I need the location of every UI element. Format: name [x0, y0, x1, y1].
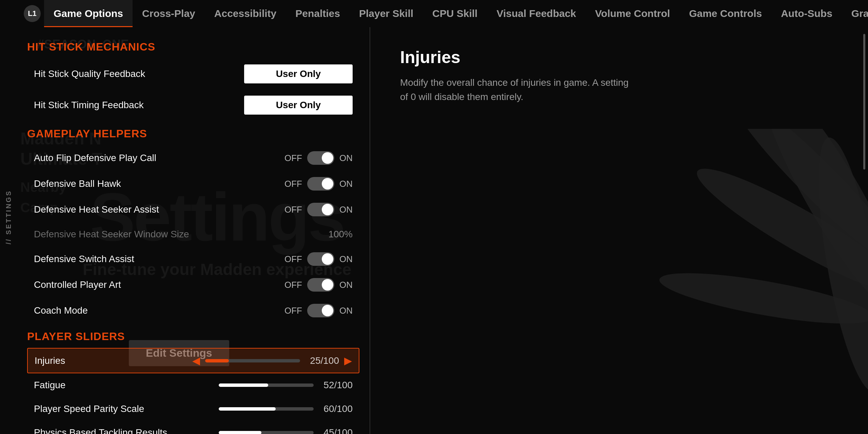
hit-stick-quality-label: Hit Stick Quality Feedback: [34, 68, 145, 79]
coach-mode-label: Coach Mode: [34, 305, 88, 316]
heat-seeker-label: Defensive Heat Seeker Assist: [34, 204, 159, 215]
fatigue-controls: 52/100: [219, 380, 353, 391]
speed-parity-value: 60/100: [319, 403, 353, 414]
physics-tackling-fill: [219, 431, 261, 434]
defensive-ball-hawk-toggle-group: OFF ON: [284, 177, 353, 191]
tab-game-options[interactable]: Game Options: [44, 0, 133, 27]
auto-flip-toggle[interactable]: [307, 151, 334, 165]
tab-visual-feedback[interactable]: Visual Feedback: [487, 0, 586, 27]
tab-penalties[interactable]: Penalties: [286, 0, 350, 27]
speed-parity-controls: 60/100: [219, 403, 353, 414]
hit-stick-quality-dropdown[interactable]: User Only: [244, 64, 353, 83]
controlled-player-art-on: ON: [339, 280, 353, 290]
fatigue-bar: [219, 383, 314, 387]
setting-switch-assist: Defensive Switch Assist OFF ON: [27, 246, 359, 272]
hit-stick-timing-dropdown[interactable]: User Only: [244, 96, 353, 115]
coach-mode-toggle[interactable]: [307, 304, 334, 317]
scrollbar[interactable]: [863, 34, 865, 170]
controlled-player-art-off: OFF: [284, 280, 302, 290]
setting-controlled-player-art: Controlled Player Art OFF ON: [27, 272, 359, 298]
coach-mode-off: OFF: [284, 305, 302, 316]
physics-tackling-label: Physics Based Tackling Results: [34, 427, 167, 434]
heat-seeker-window-value: 100%: [328, 229, 353, 240]
fatigue-fill: [219, 383, 268, 387]
section-hit-stick: Hit Stick Mechanics: [27, 41, 359, 53]
switch-assist-on: ON: [339, 254, 353, 264]
tab-game-controls[interactable]: Game Controls: [679, 0, 771, 27]
tab-graphics[interactable]: Graphics: [842, 0, 868, 27]
defensive-ball-hawk-off: OFF: [284, 179, 302, 189]
tab-player-skill[interactable]: Player Skill: [350, 0, 423, 27]
controlled-player-art-toggle[interactable]: [307, 278, 334, 292]
right-panel: Injuries Modify the overall chance of in…: [373, 27, 868, 434]
top-nav: L1 Game Options Cross-Play Accessibility…: [17, 0, 868, 27]
controlled-player-art-toggle-group: OFF ON: [284, 278, 353, 292]
switch-assist-toggle-group: OFF ON: [284, 252, 353, 266]
fatigue-value: 52/100: [319, 380, 353, 391]
right-panel-title: Injuries: [400, 47, 841, 67]
heat-seeker-on: ON: [339, 204, 353, 215]
tab-volume-control[interactable]: Volume Control: [586, 0, 679, 27]
switch-assist-toggle[interactable]: [307, 252, 334, 266]
physics-tackling-controls: 45/100: [219, 427, 353, 434]
setting-hit-stick-quality: Hit Stick Quality Feedback User Only: [27, 58, 359, 90]
switch-assist-label: Defensive Switch Assist: [34, 254, 134, 264]
injuries-fill: [205, 359, 229, 362]
slider-speed-parity[interactable]: Player Speed Parity Scale 60/100: [27, 397, 359, 421]
switch-assist-off: OFF: [284, 254, 302, 264]
slider-physics-tackling[interactable]: Physics Based Tackling Results 45/100: [27, 421, 359, 434]
setting-heat-seeker-window: Defensive Heat Seeker Window Size 100%: [27, 222, 359, 246]
tab-cpu-skill[interactable]: CPU Skill: [423, 0, 487, 27]
auto-flip-toggle-group: OFF ON: [284, 151, 353, 165]
auto-flip-off: OFF: [284, 153, 302, 163]
setting-heat-seeker: Defensive Heat Seeker Assist OFF ON: [27, 197, 359, 222]
defensive-ball-hawk-toggle[interactable]: [307, 177, 334, 191]
injuries-controls: ◀ 25/100 ▶: [192, 355, 352, 367]
heat-seeker-window-label: Defensive Heat Seeker Window Size: [34, 229, 189, 240]
slider-fatigue[interactable]: Fatigue 52/100: [27, 373, 359, 397]
hit-stick-timing-label: Hit Stick Timing Feedback: [34, 100, 144, 111]
setting-hit-stick-timing: Hit Stick Timing Feedback User Only: [27, 90, 359, 121]
slider-injuries[interactable]: Injuries ◀ 25/100 ▶: [27, 348, 359, 373]
setting-defensive-ball-hawk: Defensive Ball Hawk OFF ON: [27, 171, 359, 197]
speed-parity-label: Player Speed Parity Scale: [34, 403, 144, 414]
coach-mode-toggle-group: OFF ON: [284, 304, 353, 317]
controlled-player-art-label: Controlled Player Art: [34, 279, 121, 290]
coach-mode-on: ON: [339, 305, 353, 316]
tab-auto-subs[interactable]: Auto-Subs: [771, 0, 842, 27]
injuries-arrow-right[interactable]: ▶: [344, 355, 352, 367]
auto-flip-label: Auto Flip Defensive Play Call: [34, 153, 156, 163]
tab-cross-play[interactable]: Cross-Play: [133, 0, 205, 27]
injuries-label: Injuries: [35, 355, 65, 366]
setting-coach-mode: Coach Mode OFF ON: [27, 298, 359, 323]
fatigue-label: Fatigue: [34, 380, 65, 391]
defensive-ball-hawk-label: Defensive Ball Hawk: [34, 178, 121, 189]
heat-seeker-toggle-group: OFF ON: [284, 203, 353, 216]
injuries-value: 25/100: [305, 355, 339, 366]
main-content: Hit Stick Mechanics Hit Stick Quality Fe…: [17, 27, 370, 434]
section-gameplay-helpers: Gameplay Helpers: [27, 127, 359, 140]
injuries-bar: [205, 359, 300, 362]
speed-parity-fill: [219, 407, 276, 411]
physics-tackling-value: 45/100: [319, 427, 353, 434]
tab-accessibility[interactable]: Accessibility: [205, 0, 286, 27]
section-player-sliders: Player Sliders: [27, 330, 359, 343]
panel-divider: [370, 27, 370, 434]
vertical-settings-label: // SETTINGS: [0, 0, 17, 434]
heat-seeker-off: OFF: [284, 204, 302, 215]
speed-parity-bar: [219, 407, 314, 411]
right-panel-description: Modify the overall chance of injuries in…: [400, 76, 637, 104]
injuries-arrow-left[interactable]: ◀: [192, 355, 200, 367]
heat-seeker-toggle[interactable]: [307, 203, 334, 216]
auto-flip-on: ON: [339, 153, 353, 163]
l1-badge[interactable]: L1: [24, 5, 41, 22]
defensive-ball-hawk-on: ON: [339, 179, 353, 189]
physics-tackling-bar: [219, 431, 314, 434]
setting-auto-flip: Auto Flip Defensive Play Call OFF ON: [27, 145, 359, 171]
